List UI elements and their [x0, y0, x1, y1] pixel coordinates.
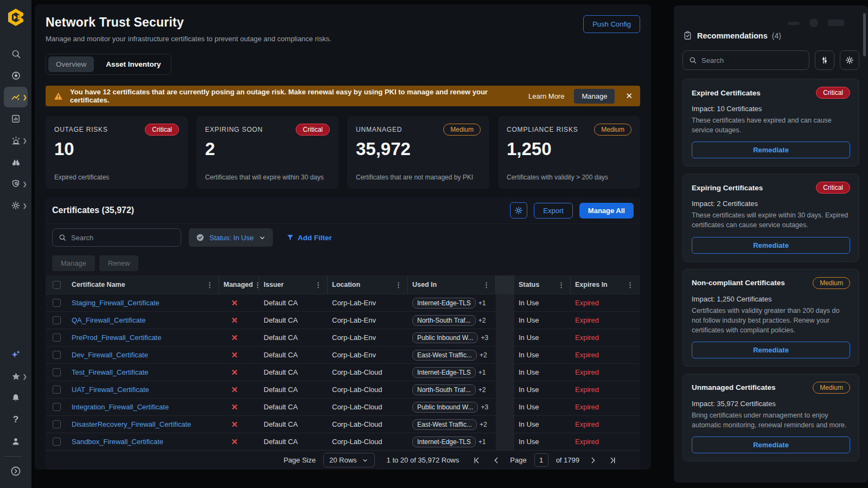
stat-card-expiring-soon: EXPIRING SOONCritical2Certificates that …	[196, 116, 339, 189]
col-status[interactable]: Status	[519, 281, 539, 288]
certificate-link[interactable]: Dev_Firewall_Certificate	[72, 351, 148, 359]
certificate-link[interactable]: DisasterRecovery_Firewall_Certificate	[72, 420, 191, 428]
row-checkbox[interactable]	[53, 420, 61, 428]
row-checkbox[interactable]	[53, 438, 61, 446]
learn-more-link[interactable]: Learn More	[528, 92, 564, 100]
col-issuer[interactable]: Issuer	[264, 281, 284, 288]
search-input[interactable]	[71, 234, 175, 242]
col-certificate-name[interactable]: Certificate Name	[72, 281, 125, 288]
banner-close-icon[interactable]: ✕	[626, 91, 633, 101]
sidebar-item-expand[interactable]	[4, 461, 28, 481]
next-page-button[interactable]	[587, 456, 599, 465]
push-config-button[interactable]: Push Config	[583, 15, 640, 33]
select-all-checkbox[interactable]	[53, 281, 61, 289]
export-button[interactable]: Export	[534, 203, 573, 219]
first-page-button[interactable]	[471, 456, 483, 465]
used-in-chip[interactable]: East-West Traffic...	[412, 419, 477, 430]
used-in-chip[interactable]: North-South Traf...	[412, 315, 476, 326]
used-in-chip[interactable]: Public Inbound W...	[412, 402, 478, 413]
certificate-link[interactable]: Integration_Firewall_Certificate	[72, 403, 169, 411]
sidebar-item-radar[interactable]	[4, 65, 28, 86]
sidebar-item-profile[interactable]	[4, 431, 28, 452]
certificate-link[interactable]: UAT_Firewall_Certificate	[72, 386, 149, 394]
row-checkbox[interactable]	[53, 299, 61, 307]
row-checkbox[interactable]	[53, 403, 61, 411]
bulk-renew-button[interactable]: Renew	[99, 255, 138, 271]
remediate-button[interactable]: Remediate	[692, 237, 850, 254]
radar-icon	[10, 70, 22, 81]
used-in-more-count[interactable]: +2	[478, 317, 486, 324]
last-page-button[interactable]	[607, 456, 618, 465]
sidebar-item-insights[interactable]: ❯	[4, 87, 28, 107]
used-in-more-count[interactable]: +1	[478, 438, 486, 446]
certificate-link[interactable]: PreProd_Firewall_Certificate	[72, 333, 161, 342]
column-menu-icon[interactable]: ⋮	[482, 281, 491, 289]
sidebar-item-settings[interactable]: ❯	[4, 195, 28, 216]
page-number-input[interactable]: 1	[534, 453, 548, 467]
certificates-search[interactable]	[52, 228, 181, 247]
certificate-link[interactable]: Sandbox_Firewall_Certificate	[72, 438, 163, 446]
row-checkbox[interactable]	[53, 333, 61, 342]
used-in-cell: East-West Traffic...+2	[408, 419, 496, 430]
column-menu-icon[interactable]: ⋮	[557, 281, 566, 289]
row-checkbox[interactable]	[53, 316, 61, 324]
column-menu-icon[interactable]: ⋮	[205, 281, 214, 289]
used-in-more-count[interactable]: +2	[480, 421, 487, 428]
sidebar-item-inspect[interactable]: ❯	[4, 174, 28, 194]
tab-overview[interactable]: Overview	[48, 56, 94, 72]
used-in-more-count[interactable]: +3	[481, 403, 488, 411]
recommendations-search-input[interactable]	[701, 56, 803, 65]
col-expires-in[interactable]: Expires In	[575, 281, 608, 288]
table-settings-button[interactable]	[510, 202, 527, 219]
used-in-more-count[interactable]: +1	[478, 299, 486, 307]
brand-logo-icon[interactable]	[6, 8, 25, 27]
used-in-chip[interactable]: Internet-Edge-TLS	[412, 298, 476, 309]
used-in-more-count[interactable]: +2	[480, 351, 487, 359]
used-in-more-count[interactable]: +3	[481, 334, 488, 342]
recommendations-settings-button[interactable]	[840, 50, 859, 70]
sidebar-item-discovery[interactable]	[4, 152, 28, 172]
sidebar-item-help[interactable]: ?	[4, 409, 28, 430]
row-checkbox[interactable]	[53, 386, 61, 394]
row-checkbox[interactable]	[53, 351, 61, 359]
recommendations-title: Recommendations	[697, 31, 768, 40]
recommendations-search[interactable]	[682, 50, 809, 70]
used-in-chip[interactable]: Internet-Edge-TLS	[412, 367, 476, 378]
sidebar-item-notifications[interactable]	[4, 388, 28, 408]
column-menu-icon[interactable]: ⋮	[314, 281, 323, 289]
sidebar-item-search[interactable]	[4, 43, 28, 64]
col-location[interactable]: Location	[332, 281, 360, 288]
previous-page-button[interactable]	[490, 456, 502, 465]
col-managed[interactable]: Managed	[224, 281, 253, 288]
add-filter-button[interactable]: Add Filter	[286, 233, 332, 242]
row-checkbox[interactable]	[53, 368, 61, 376]
sidebar-item-ai-assistant[interactable]	[4, 344, 28, 365]
tab-asset-inventory[interactable]: Asset Inventory	[98, 56, 168, 72]
column-menu-icon[interactable]: ⋮	[394, 281, 403, 289]
sidebar-item-favorites[interactable]: ❯	[4, 366, 28, 387]
certificate-link[interactable]: QA_Firewall_Certificate	[72, 316, 146, 324]
sidebar-item-dashboard[interactable]	[4, 108, 28, 129]
used-in-chip[interactable]: North-South Traf...	[412, 384, 476, 395]
used-in-chip[interactable]: Public Inbound W...	[412, 332, 478, 343]
remediate-button[interactable]: Remediate	[692, 436, 850, 453]
banner-manage-button[interactable]: Manage	[574, 89, 615, 104]
sidebar-item-alerts[interactable]: ❯	[4, 130, 28, 151]
remediate-button[interactable]: Remediate	[692, 142, 850, 158]
remediate-button[interactable]: Remediate	[692, 342, 850, 358]
manage-all-button[interactable]: Manage All	[579, 203, 634, 219]
col-used-in[interactable]: Used In	[412, 281, 437, 288]
filter-sliders-button[interactable]	[815, 50, 834, 70]
used-in-more-count[interactable]: +1	[478, 369, 486, 376]
used-in-chip[interactable]: East-West Traffic...	[412, 350, 477, 361]
panel-scrollbar[interactable]	[863, 13, 866, 56]
page-size-select[interactable]: 20 Rows	[323, 453, 375, 467]
certificate-link[interactable]: Test_Firewall_Certificate	[72, 368, 149, 376]
used-in-chip[interactable]: Internet-Edge-TLS	[412, 436, 476, 447]
column-menu-icon[interactable]: ⋮	[626, 281, 635, 289]
used-in-more-count[interactable]: +2	[478, 386, 486, 394]
bulk-manage-button[interactable]: Manage	[52, 255, 95, 271]
certificate-link[interactable]: Staging_Firewall_Certificate	[72, 299, 159, 307]
warning-icon	[53, 91, 63, 101]
status-filter-chip[interactable]: Status: In Use	[189, 228, 273, 247]
